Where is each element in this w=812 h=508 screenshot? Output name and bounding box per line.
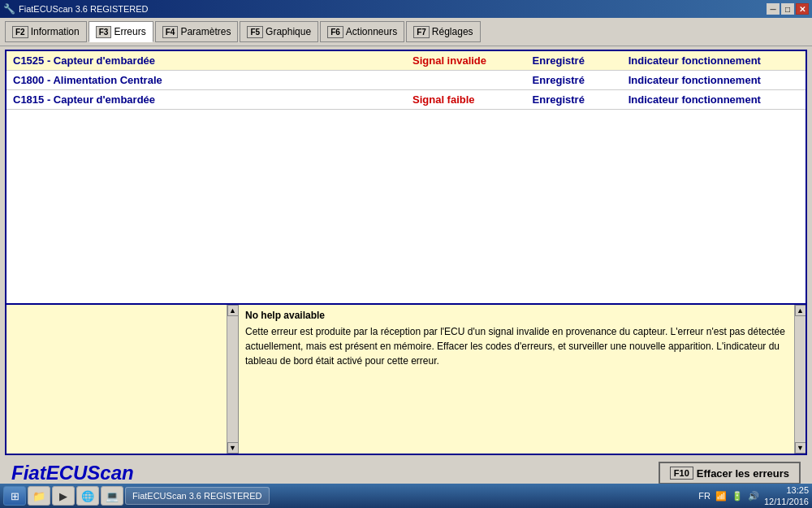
tab-actionneurs-label: Actionneurs (346, 26, 397, 37)
tab-reglages[interactable]: F7 Réglages (406, 21, 480, 42)
clock-date: 12/11/2016 (764, 496, 809, 507)
indicator-0: Indicateur fonctionnement (622, 51, 806, 71)
scroll-up-right[interactable]: ▲ (795, 305, 806, 316)
taskbar-media-icon[interactable]: ▶ (52, 486, 75, 506)
window-title: FiatECUScan 3.6 REGISTERED (19, 4, 149, 14)
right-panel: No help available Cette erreur est produ… (239, 305, 806, 454)
recorded-1: Enregistré (526, 71, 622, 90)
tab-parametres[interactable]: F4 Paramètres (155, 21, 239, 42)
maximize-button[interactable]: □ (781, 3, 794, 15)
tab-information-label: Information (31, 26, 80, 37)
fkey-f6: F6 (327, 26, 343, 38)
tab-graphique[interactable]: F5 Graphique (240, 21, 318, 42)
taskbar-files-icon[interactable]: 📁 (28, 486, 50, 506)
tab-information[interactable]: F2 Information (5, 21, 87, 42)
taskbar-app-icon[interactable]: 💻 (101, 486, 123, 506)
volume-icon: 🔊 (748, 491, 759, 501)
close-button[interactable]: ✕ (796, 3, 809, 15)
battery-icon: 🔋 (732, 491, 743, 501)
signal-1 (406, 71, 526, 90)
recorded-0: Enregistré (526, 51, 622, 71)
taskbar-left: ⊞ 📁 ▶ 🌐 💻 FiatECUScan 3.6 REGISTERED (3, 486, 270, 506)
tab-erreurs[interactable]: F3 Erreurs (89, 21, 153, 42)
scroll-up-left[interactable]: ▲ (227, 305, 239, 316)
signal-0: Signal invalide (406, 51, 526, 71)
app-logo: FiatECUScan (11, 462, 134, 484)
taskbar-open-app[interactable]: FiatECUScan 3.6 REGISTERED (125, 487, 270, 505)
language-indicator: FR (698, 491, 710, 501)
taskbar-browser-icon[interactable]: 🌐 (76, 486, 99, 506)
scroll-down-right[interactable]: ▼ (795, 442, 806, 454)
fkey-f4: F4 (162, 26, 179, 38)
error-table: C1525 - Capteur d'embardée Signal invali… (6, 51, 806, 110)
title-bar-buttons: ─ □ ✕ (767, 3, 809, 15)
title-bar: 🔧 FiatECUScan 3.6 REGISTERED ─ □ ✕ (0, 0, 812, 18)
signal-2: Signal faible (406, 90, 526, 110)
error-list-area: C1525 - Capteur d'embardée Signal invali… (5, 50, 807, 305)
indicator-2: Indicateur fonctionnement (622, 90, 806, 110)
scroll-down-left[interactable]: ▼ (227, 442, 239, 454)
indicator-1: Indicateur fonctionnement (622, 71, 806, 90)
network-icon: 📶 (715, 491, 727, 501)
tab-actionneurs[interactable]: F6 Actionneurs (320, 21, 404, 42)
error-code-2: C1815 - Capteur d'embardée (6, 90, 406, 110)
error-code-1: C1800 - Alimentation Centrale (6, 71, 406, 90)
taskbar-right: FR 📶 🔋 🔊 13:25 12/11/2016 (698, 484, 809, 508)
start-icon: ⊞ (11, 490, 19, 502)
tab-graphique-label: Graphique (266, 26, 311, 37)
help-text: Cette erreur est produite par la récepti… (245, 324, 799, 368)
clear-errors-button[interactable]: F10 Effacer les erreurs (659, 462, 801, 484)
clear-fkey-badge: F10 (670, 467, 693, 480)
taskbar: ⊞ 📁 ▶ 🌐 💻 FiatECUScan 3.6 REGISTERED FR … (0, 484, 812, 508)
fkey-f7: F7 (413, 26, 430, 38)
right-scrollbar: ▲ ▼ (794, 305, 806, 454)
fkey-f5: F5 (247, 26, 263, 38)
tab-parametres-label: Paramètres (180, 26, 231, 37)
app-icon: 🔧 (3, 3, 15, 15)
left-scrollbar: ▲ ▼ (227, 305, 238, 454)
table-row[interactable]: C1815 - Capteur d'embardée Signal faible… (6, 90, 806, 110)
table-row[interactable]: C1525 - Capteur d'embardée Signal invali… (6, 51, 806, 71)
system-clock: 13:25 12/11/2016 (764, 484, 809, 508)
recorded-2: Enregistré (526, 90, 622, 110)
error-code-0: C1525 - Capteur d'embardée (6, 51, 406, 71)
minimize-button[interactable]: ─ (767, 3, 780, 15)
tab-erreurs-label: Erreurs (114, 26, 145, 37)
logo-text: FiatECUScan (11, 462, 134, 484)
scroll-track-right (795, 316, 806, 442)
title-bar-left: 🔧 FiatECUScan 3.6 REGISTERED (3, 3, 149, 15)
table-row[interactable]: C1800 - Alimentation Centrale Enregistré… (6, 71, 806, 90)
start-button[interactable]: ⊞ (3, 486, 26, 506)
clear-errors-label: Effacer les erreurs (697, 467, 789, 480)
left-panel: ▲ ▼ (6, 305, 239, 454)
scroll-track-left (227, 316, 238, 442)
bottom-panels: ▲ ▼ No help available Cette erreur est p… (5, 305, 807, 455)
tab-reglages-label: Réglages (432, 26, 473, 37)
fkey-f3: F3 (96, 26, 112, 38)
help-title: No help available (245, 310, 799, 321)
fkey-f2: F2 (12, 26, 28, 38)
toolbar: F2 Information F3 Erreurs F4 Paramètres … (0, 18, 812, 46)
clock-time: 13:25 (764, 484, 809, 496)
